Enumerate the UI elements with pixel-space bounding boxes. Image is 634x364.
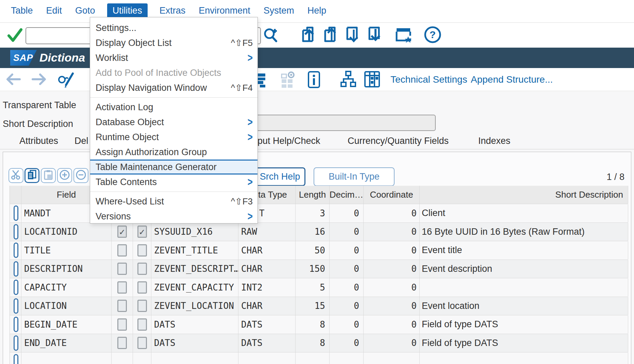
field-name-cell[interactable]: BEGIN_DATE [21,315,112,334]
short-description-cell[interactable]: Field of type DATS [420,315,628,334]
initial-values-checkbox-cell[interactable] [133,297,151,315]
menu-item-table-maintenance-generator[interactable]: Table Maintenance Generator [90,160,257,175]
tab-attributes[interactable]: Attributes [19,136,58,146]
header-length[interactable]: Length [296,186,330,204]
forward-icon[interactable] [31,72,47,88]
initial-values-checkbox-cell[interactable] [133,315,151,334]
menu-item-worklist[interactable]: Worklist> [90,50,257,65]
tab-del[interactable]: Del [74,136,88,146]
short-description-cell[interactable] [420,278,628,297]
key-checkbox-cell[interactable] [112,278,133,297]
initial-values-checkbox[interactable] [137,281,147,294]
tab-indexes[interactable]: Indexes [478,136,511,146]
initial-values-checkbox-cell[interactable] [133,223,151,241]
key-checkbox-cell[interactable] [112,315,133,334]
cut-button[interactable] [9,168,23,183]
create-shortcut-icon[interactable] [395,26,412,45]
short-description-cell[interactable]: 16 Byte UUID in 16 Bytes (Raw Format) [420,223,628,241]
row-selector-pill[interactable] [14,280,18,295]
key-checkbox-cell[interactable] [112,241,133,260]
menubar-item-edit[interactable]: Edit [45,3,64,18]
check-inactive-icon[interactable] [280,71,297,90]
key-checkbox-cell[interactable] [112,260,133,278]
key-checkbox[interactable] [117,337,127,349]
row-selector[interactable] [10,223,21,241]
previous-page-icon[interactable] [322,26,340,45]
field-name-cell[interactable]: END_DATE [21,334,112,352]
data-element-cell[interactable]: DATS [151,315,238,334]
menu-item-display-object-list[interactable]: Display Object List^⇧F5 [90,35,257,50]
tab-currency-quantity-fields[interactable]: Currency/Quantity Fields [348,136,449,146]
row-selector-pill[interactable] [14,224,18,239]
back-icon[interactable] [5,72,21,88]
row-selector-pill[interactable] [14,317,18,332]
initial-values-checkbox[interactable] [137,263,147,275]
search-help-button[interactable]: Srch Help [254,167,305,186]
first-page-icon[interactable] [300,26,318,45]
data-element-cell[interactable]: ZEVENT_LOCATION [151,297,238,315]
key-checkbox[interactable] [117,300,127,312]
paste-button[interactable] [41,168,56,183]
row-selector[interactable] [10,315,21,334]
menubar-item-system[interactable]: System [262,3,296,18]
row-selector-pill[interactable] [14,298,18,314]
info-icon[interactable] [307,71,320,90]
field-name-cell[interactable]: DESCRIPTION [21,260,112,278]
initial-values-checkbox[interactable] [137,244,147,257]
hierarchy-icon[interactable] [340,71,356,89]
key-checkbox-cell[interactable] [112,223,133,241]
row-selector[interactable] [10,204,21,222]
field-name-cell[interactable]: CAPACITY [21,278,112,297]
key-checkbox[interactable] [117,281,127,294]
header-coordinate[interactable]: Coordinate [364,186,420,204]
key-checkbox[interactable] [117,226,127,238]
table-grid-icon[interactable] [364,71,380,89]
technical-settings-link[interactable]: Technical Settings [390,74,467,85]
row-selector[interactable] [10,278,21,297]
initial-values-checkbox-cell[interactable] [133,278,151,297]
short-description-cell[interactable]: Field of type DATS [420,334,628,352]
key-checkbox[interactable] [117,244,127,257]
menubar-item-table[interactable]: Table [10,3,34,18]
display-change-icon[interactable] [57,71,76,90]
menu-item-database-object[interactable]: Database Object> [90,115,257,130]
menubar-item-goto[interactable]: Goto [74,3,97,18]
initial-values-checkbox-cell[interactable] [133,241,151,260]
row-selector[interactable] [10,241,21,260]
tab-put-help-check[interactable]: put Help/Check [257,136,320,146]
row-selector-pill[interactable] [14,261,18,277]
help-icon[interactable]: ? [423,26,442,45]
header-decimals[interactable]: Decim… [330,186,364,204]
menubar-item-extras[interactable]: Extras [158,3,187,18]
initial-values-checkbox-cell[interactable] [133,260,151,278]
menu-item-display-navigation-window[interactable]: Display Navigation Window^⇧F4 [90,80,257,95]
copy-button[interactable] [24,168,39,183]
append-structure-link[interactable]: Append Structure... [471,74,553,85]
data-element-cell[interactable]: ZEVENT_TITLE [151,241,238,260]
delete-row-button[interactable] [73,168,88,183]
field-name-cell[interactable]: LOCATION [21,297,112,315]
row-selector-pill[interactable] [14,335,18,351]
header-selector[interactable] [10,186,21,204]
key-checkbox[interactable] [117,263,127,275]
row-selector[interactable] [10,334,21,352]
menu-item-activation-log[interactable]: Activation Log [90,100,257,115]
short-description-cell[interactable]: Client [420,204,628,222]
row-selector-pill[interactable] [14,205,18,221]
short-description-cell[interactable]: Event description [420,260,628,278]
ok-check-icon[interactable] [7,27,23,45]
menu-item-table-contents[interactable]: Table Contents> [90,175,257,189]
data-element-cell[interactable]: ZEVENT_DESCRIPT… [151,260,238,278]
row-selector[interactable] [10,260,21,278]
row-selector-pill[interactable] [14,243,18,258]
initial-values-checkbox-cell[interactable] [133,334,151,352]
data-element-cell[interactable]: ZEVENT_CAPACITY [151,278,238,297]
menu-item-versions[interactable]: Versions> [90,209,257,224]
find-icon[interactable] [262,26,280,45]
menu-item-runtime-object[interactable]: Runtime Object> [90,130,257,145]
menu-item-settings-[interactable]: Settings... [90,20,257,35]
data-element-cell[interactable]: DATS [151,334,238,352]
row-selector-pill[interactable] [14,354,18,364]
header-short-description[interactable]: Short Description [420,186,628,204]
initial-values-checkbox[interactable] [137,318,147,331]
